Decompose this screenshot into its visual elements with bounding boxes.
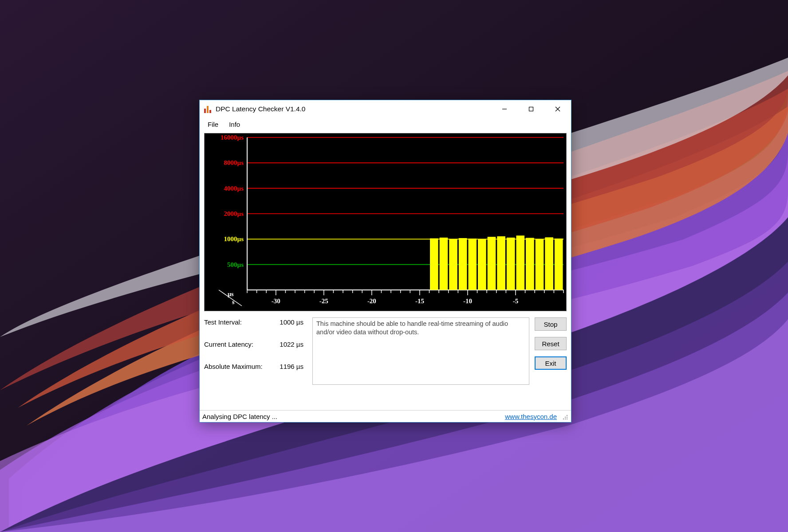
svg-rect-71	[516, 235, 524, 290]
absolute-max-label: Absolute Maximum:	[204, 362, 263, 370]
svg-text:-20: -20	[367, 297, 376, 305]
svg-rect-68	[488, 237, 496, 290]
svg-rect-72	[526, 238, 534, 290]
app-icon	[204, 105, 212, 113]
maximize-button[interactable]	[518, 100, 544, 118]
svg-text:-15: -15	[415, 297, 424, 305]
vendor-link[interactable]: www.thesycon.de	[505, 413, 557, 420]
minimize-icon	[502, 106, 507, 112]
reset-button[interactable]: Reset	[535, 337, 567, 350]
exit-button[interactable]: Exit	[535, 356, 567, 370]
app-window: DPC Latency Checker V1.4.0 File Info 500…	[199, 100, 571, 422]
svg-rect-66	[468, 239, 477, 290]
svg-rect-69	[497, 236, 505, 290]
desktop: DPC Latency Checker V1.4.0 File Info 500…	[0, 0, 788, 532]
menubar: File Info	[200, 118, 571, 130]
svg-text:-5: -5	[513, 297, 519, 305]
svg-rect-74	[545, 237, 553, 290]
svg-rect-75	[555, 239, 563, 290]
svg-rect-65	[459, 238, 467, 290]
stop-button[interactable]: Stop	[535, 317, 567, 331]
svg-text:-25: -25	[319, 297, 328, 305]
current-latency-value: 1022 µs	[280, 340, 307, 348]
svg-rect-2	[529, 107, 533, 111]
svg-text:-10: -10	[463, 297, 472, 305]
minimize-button[interactable]	[491, 100, 518, 118]
svg-text:1000µs: 1000µs	[224, 235, 244, 243]
svg-text:4000µs: 4000µs	[224, 185, 244, 192]
menu-file[interactable]: File	[202, 120, 224, 129]
svg-rect-70	[507, 238, 515, 290]
close-button[interactable]	[544, 100, 571, 118]
svg-text:16000µs: 16000µs	[221, 134, 244, 141]
test-interval-value: 1000 µs	[280, 317, 307, 326]
statusbar: Analysing DPC latency ... www.thesycon.d…	[200, 410, 571, 422]
stats-panel: Test Interval: 1000 µs Current Latency: …	[204, 317, 307, 385]
latency-chart: 500µs1000µs2000µs4000µs8000µs16000µs-30-…	[204, 133, 567, 311]
status-message: This machine should be able to handle re…	[312, 317, 529, 385]
svg-text:8000µs: 8000µs	[224, 159, 244, 166]
svg-rect-64	[449, 239, 457, 290]
close-icon	[555, 106, 560, 112]
window-title: DPC Latency Checker V1.4.0	[216, 105, 305, 113]
status-text: Analysing DPC latency ...	[202, 413, 277, 420]
current-latency-label: Current Latency:	[204, 340, 253, 348]
chart-canvas: 500µs1000µs2000µs4000µs8000µs16000µs-30-…	[205, 133, 566, 311]
test-interval-label: Test Interval:	[204, 317, 242, 326]
titlebar[interactable]: DPC Latency Checker V1.4.0	[200, 100, 571, 118]
svg-rect-73	[536, 239, 544, 290]
svg-rect-62	[430, 239, 438, 290]
absolute-max-value: 1196 µs	[280, 362, 307, 370]
svg-text:500µs: 500µs	[227, 261, 244, 268]
svg-rect-67	[478, 239, 486, 290]
menu-info[interactable]: Info	[224, 120, 245, 129]
maximize-icon	[528, 106, 534, 112]
svg-text:-30: -30	[272, 297, 280, 305]
resize-grip-icon[interactable]	[560, 412, 568, 420]
svg-rect-63	[440, 238, 448, 290]
svg-text:2000µs: 2000µs	[224, 210, 244, 217]
